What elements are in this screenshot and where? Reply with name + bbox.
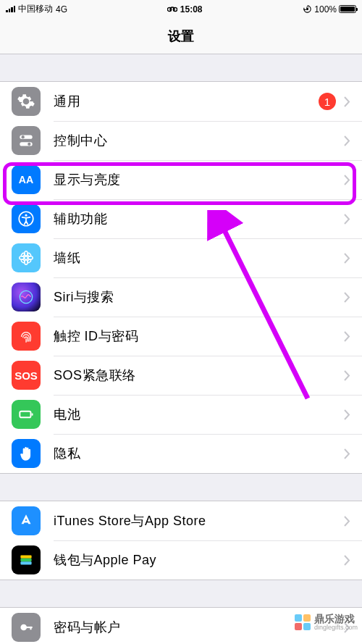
page-title: 设置 [168,28,194,45]
status-center: 15:08 [167,4,203,14]
row-sos[interactable]: SOS SOS紧急联络 [0,356,362,395]
svg-point-9 [25,214,27,217]
battery-pct: 100% [314,4,337,14]
siri-icon [12,283,41,311]
svg-rect-24 [20,561,31,564]
row-label: SOS紧急联络 [54,367,343,384]
watermark-icon [295,614,311,630]
svg-rect-23 [20,559,31,561]
svg-point-0 [167,7,171,11]
row-privacy[interactable]: 隐私 [0,434,362,473]
signal-icon [6,6,15,13]
status-right: 100% [302,4,356,14]
chevron-right-icon [343,213,350,225]
accessibility-icon [12,204,41,233]
key-icon [12,613,41,642]
chevron-right-icon [343,252,350,264]
svg-point-1 [173,7,177,11]
network-label: 4G [56,4,67,14]
row-label: Siri与搜索 [54,288,343,306]
battery-icon [339,5,356,13]
chevron-right-icon [343,448,350,459]
row-touchid-passcode[interactable]: 触控 ID与密码 [0,317,362,356]
settings-section-1: 通用 1 控制中心 AA 显示与亮度 辅助功能 墙纸 Siri与 [0,81,362,474]
chevron-right-icon [343,96,350,107]
flower-icon [12,243,41,272]
svg-rect-27 [30,627,31,630]
watermark-text: 鼎乐游戏 [314,614,358,624]
chevron-right-icon [343,135,350,146]
row-label: 墙纸 [54,249,343,267]
svg-rect-2 [306,8,308,10]
row-label: 显示与亮度 [54,171,343,188]
row-label: 电池 [54,406,343,423]
time-label: 15:08 [180,4,203,14]
chevron-right-icon [343,409,350,420]
svg-point-10 [25,256,28,260]
status-left: 中国移动 4G [6,3,67,15]
svg-point-5 [22,135,25,138]
chevron-right-icon [343,515,350,527]
status-bar: 中国移动 4G 15:08 100% [0,0,362,18]
watermark: 鼎乐游戏 dinglegifts.com [295,614,358,631]
row-display-brightness[interactable]: AA 显示与亮度 [0,160,362,199]
svg-point-25 [20,624,27,631]
row-battery[interactable]: 电池 [0,395,362,434]
svg-point-6 [28,143,30,146]
row-label: 触控 ID与密码 [54,327,343,345]
svg-rect-22 [20,556,31,559]
gear-icon [12,87,41,116]
notification-badge: 1 [319,93,336,110]
svg-rect-20 [20,411,30,418]
row-label: 控制中心 [54,132,343,149]
carrier-label: 中国移动 [18,3,53,15]
row-label: 钱包与Apple Pay [54,551,343,569]
row-label: 隐私 [54,445,343,462]
settings-section-2: iTunes Store与App Store 钱包与Apple Pay [0,501,362,580]
row-wallpaper[interactable]: 墙纸 [0,238,362,277]
row-label: 辅助功能 [54,210,343,227]
toggles-icon [12,126,41,155]
row-accessibility[interactable]: 辅助功能 [0,199,362,238]
wallet-icon [12,545,41,574]
svg-rect-21 [32,413,33,415]
svg-text:AA: AA [19,174,33,185]
row-control-center[interactable]: 控制中心 [0,121,362,160]
hand-icon [12,439,41,468]
chevron-right-icon [343,174,350,185]
appstore-icon [12,506,41,535]
chevron-right-icon [343,291,350,303]
battery-row-icon [12,400,41,429]
hotspot-icon [167,6,177,13]
row-itunes-appstore[interactable]: iTunes Store与App Store [0,501,362,540]
aa-icon: AA [12,165,41,194]
sos-icon: SOS [12,361,41,390]
row-label: 通用 [54,93,319,110]
row-general[interactable]: 通用 1 [0,82,362,121]
chevron-right-icon [343,330,350,342]
rotation-lock-icon [302,4,312,14]
chevron-right-icon [343,369,350,381]
row-label: iTunes Store与App Store [54,512,343,530]
row-wallet-applepay[interactable]: 钱包与Apple Pay [0,540,362,580]
row-siri-search[interactable]: Siri与搜索 [0,277,362,317]
watermark-url: dinglegifts.com [314,624,358,631]
nav-header: 设置 [0,18,362,54]
fingerprint-icon [12,322,41,351]
chevron-right-icon [343,554,350,566]
